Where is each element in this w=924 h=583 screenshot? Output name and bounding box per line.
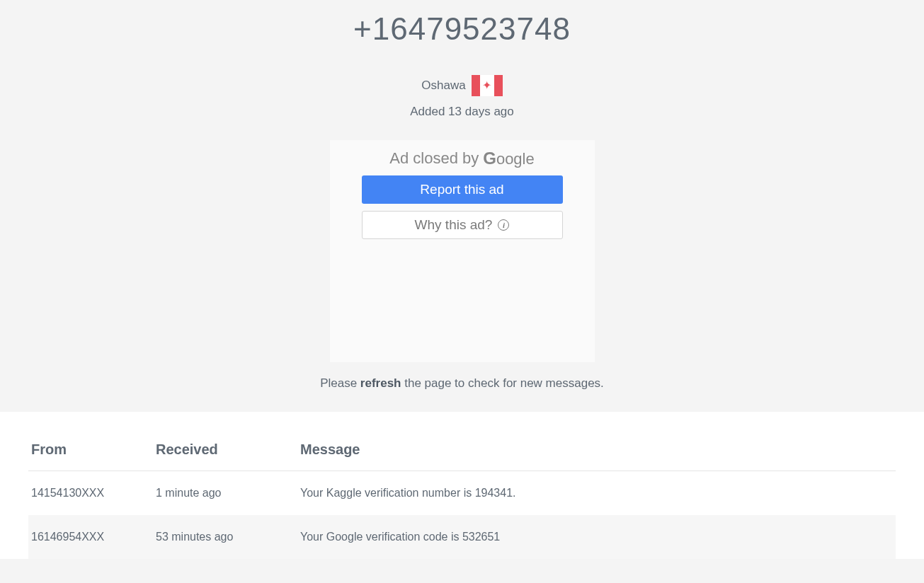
cell-from: 14154130XXX xyxy=(28,471,156,516)
location-row: Oshawa ✦ xyxy=(0,75,924,96)
report-ad-button[interactable]: Report this ad xyxy=(362,175,563,204)
cell-received: 1 minute ago xyxy=(156,471,300,516)
cell-message: Your Kaggle verification number is 19434… xyxy=(300,471,896,516)
cell-from: 16146954XXX xyxy=(28,515,156,559)
cell-message: Your Google verification code is 532651 xyxy=(300,515,896,559)
cell-received: 53 minutes ago xyxy=(156,515,300,559)
added-time: Added 13 days ago xyxy=(0,105,924,119)
ad-closed-text: Ad closed by Google xyxy=(360,149,565,168)
column-header-received: Received xyxy=(156,441,300,471)
canada-flag-icon: ✦ xyxy=(472,75,503,96)
location-text: Oshawa xyxy=(421,79,465,93)
phone-number: +16479523748 xyxy=(0,11,924,47)
refresh-bold: refresh xyxy=(360,376,401,390)
messages-section: From Received Message 14154130XXX 1 minu… xyxy=(0,412,924,559)
messages-table: From Received Message 14154130XXX 1 minu… xyxy=(28,441,896,559)
ad-closed-prefix: Ad closed by xyxy=(389,149,479,168)
refresh-instruction: Please refresh the page to check for new… xyxy=(0,376,924,391)
column-header-from: From xyxy=(28,441,156,471)
table-row: 14154130XXX 1 minute ago Your Kaggle ver… xyxy=(28,471,896,516)
why-this-ad-button[interactable]: Why this ad? i xyxy=(362,211,563,239)
ad-box: Ad closed by Google Report this ad Why t… xyxy=(330,140,595,362)
header-section: +16479523748 Oshawa ✦ Added 13 days ago … xyxy=(0,0,924,412)
refresh-prefix: Please xyxy=(320,376,360,390)
refresh-suffix: the page to check for new messages. xyxy=(401,376,604,390)
column-header-message: Message xyxy=(300,441,896,471)
info-icon: i xyxy=(498,219,509,231)
table-row: 16146954XXX 53 minutes ago Your Google v… xyxy=(28,515,896,559)
google-logo: Google xyxy=(483,149,535,168)
why-this-ad-label: Why this ad? xyxy=(415,217,493,233)
